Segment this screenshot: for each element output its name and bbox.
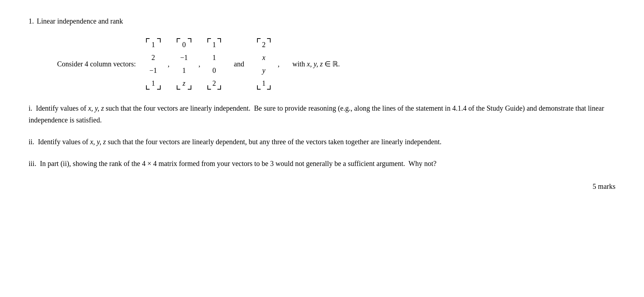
bracket-middle-l-3 (207, 42, 211, 85)
bracket-corner-br-4 (267, 85, 271, 90)
vector-4-entries: 2 x y 1 (261, 38, 267, 90)
v4-e1: 2 (261, 38, 267, 51)
vector-2-entries: 0 −1 1 z (180, 38, 188, 90)
question-container: 1. Linear independence and rank Consider… (29, 17, 615, 191)
v2-e1: 0 (181, 38, 187, 51)
bracket-middle-l-4 (257, 42, 261, 85)
v2-e2: −1 (180, 51, 188, 64)
marks-row: 5 marks (29, 182, 615, 191)
vector-4: 2 x y 1 (257, 38, 271, 90)
v3-e2: 1 (211, 51, 217, 64)
v1-e4: 1 (150, 77, 156, 90)
bracket-middle-r-2 (188, 42, 191, 85)
vectors-container: 1 2 −1 1 , (146, 38, 340, 90)
bracket-middle-r-1 (157, 42, 161, 85)
bracket-corner-bl-4 (257, 85, 261, 90)
v1-e3: −1 (150, 64, 157, 77)
bracket-middle-l-1 (146, 42, 150, 85)
bracket-left-1 (146, 38, 150, 90)
bracket-corner-br-2 (188, 85, 191, 90)
bracket-corner-tl-4 (257, 38, 261, 42)
bracket-right-1 (157, 38, 161, 90)
bracket-right-3 (217, 38, 221, 90)
v1-e1: 1 (150, 38, 156, 51)
marks-label: 5 marks (593, 182, 615, 191)
bracket-corner-tl-3 (207, 38, 211, 42)
bracket-right-2 (188, 38, 191, 90)
part-i-xyz: x, y, z (88, 104, 104, 112)
consider-label: Consider 4 column vectors: (57, 60, 136, 68)
part-ii-text: ii. Identify values of x, y, z such that… (29, 136, 615, 148)
bracket-corner-tl-1 (146, 38, 150, 42)
xyz-condition: x, y, z (307, 60, 323, 68)
bracket-corner-bl-1 (146, 85, 150, 90)
separator-2: , (198, 60, 200, 68)
bracket-corner-tr-1 (157, 38, 161, 42)
bracket-corner-bl-3 (207, 85, 211, 90)
v2-e4: z (181, 77, 187, 90)
v3-e1: 1 (211, 38, 217, 51)
part-ii-label: ii. (29, 138, 38, 146)
with-condition: with x, y, z ∈ ℝ. (292, 60, 340, 68)
separator-1: , (168, 60, 170, 68)
vector-3: 1 1 0 2 (207, 38, 221, 90)
bracket-corner-tr-3 (217, 38, 221, 42)
bracket-right-4 (267, 38, 271, 90)
part-ii-xyz: x, y, z (90, 138, 106, 146)
bracket-middle-r-4 (267, 42, 271, 85)
v4-e4: 1 (261, 77, 267, 90)
vectors-section: Consider 4 column vectors: 1 2 −1 1 (29, 38, 615, 90)
bracket-corner-br-3 (217, 85, 221, 90)
v4-e2: x (261, 51, 267, 64)
part-i-text: i. Identify values of x, y, z such that … (29, 102, 615, 126)
part-i-label: i. (29, 104, 36, 112)
v3-e4: 2 (211, 77, 217, 90)
v3-e3: 0 (211, 64, 217, 77)
v1-e2: 2 (150, 51, 156, 64)
vector-3-entries: 1 1 0 2 (211, 38, 217, 90)
part-i-section: i. Identify values of x, y, z such that … (29, 102, 615, 126)
vector-2: 0 −1 1 z (177, 38, 191, 90)
part-iii-text: iii. In part (ii), showing the rank of t… (29, 158, 615, 170)
question-number: 1. (29, 17, 34, 25)
bracket-corner-tl-2 (177, 38, 180, 42)
v4-e3: y (261, 64, 267, 77)
bracket-corner-tr-4 (267, 38, 271, 42)
question-title: Linear independence and rank (37, 17, 123, 25)
bracket-corner-tr-2 (188, 38, 191, 42)
vector-1: 1 2 −1 1 (146, 38, 161, 90)
bracket-left-2 (177, 38, 180, 90)
part-ii-section: ii. Identify values of x, y, z such that… (29, 136, 615, 148)
comma-after-v4: , (278, 60, 280, 68)
vector-1-entries: 1 2 −1 1 (150, 38, 157, 90)
bracket-middle-r-3 (217, 42, 221, 85)
question-header: 1. Linear independence and rank (29, 17, 615, 25)
bracket-left-4 (257, 38, 261, 90)
bracket-left-3 (207, 38, 211, 90)
part-iii-section: iii. In part (ii), showing the rank of t… (29, 158, 615, 170)
v2-e3: 1 (181, 64, 187, 77)
bracket-corner-bl-2 (177, 85, 180, 90)
bracket-middle-l-2 (177, 42, 180, 85)
part-iii-label: iii. (29, 160, 40, 167)
bracket-corner-br-1 (157, 85, 161, 90)
and-text: and (234, 60, 244, 68)
